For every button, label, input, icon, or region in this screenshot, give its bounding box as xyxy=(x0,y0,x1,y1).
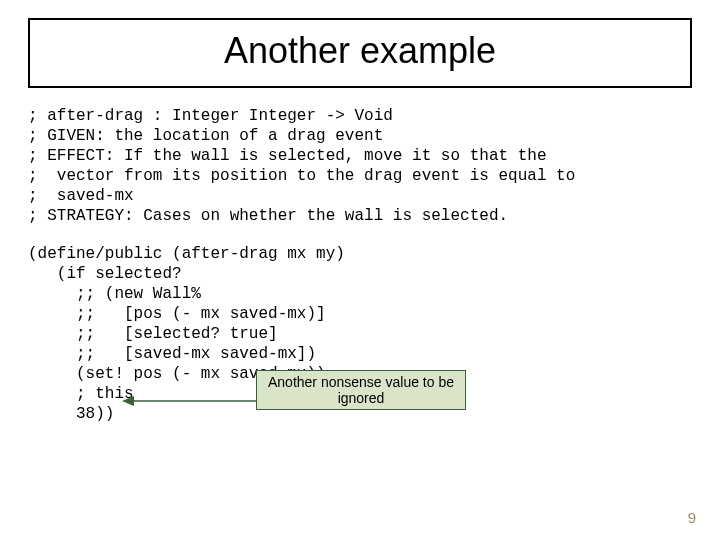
svg-marker-1 xyxy=(122,396,134,406)
page-number: 9 xyxy=(688,509,696,526)
title-box: Another example xyxy=(28,18,692,88)
code-body-wrapper: (define/public (after-drag mx my) (if se… xyxy=(28,244,692,424)
callout-box: Another nonsense value to be ignored xyxy=(256,370,466,410)
slide-title: Another example xyxy=(30,30,690,72)
arrow-connector xyxy=(122,392,262,410)
code-comments: ; after-drag : Integer Integer -> Void ;… xyxy=(28,106,692,226)
